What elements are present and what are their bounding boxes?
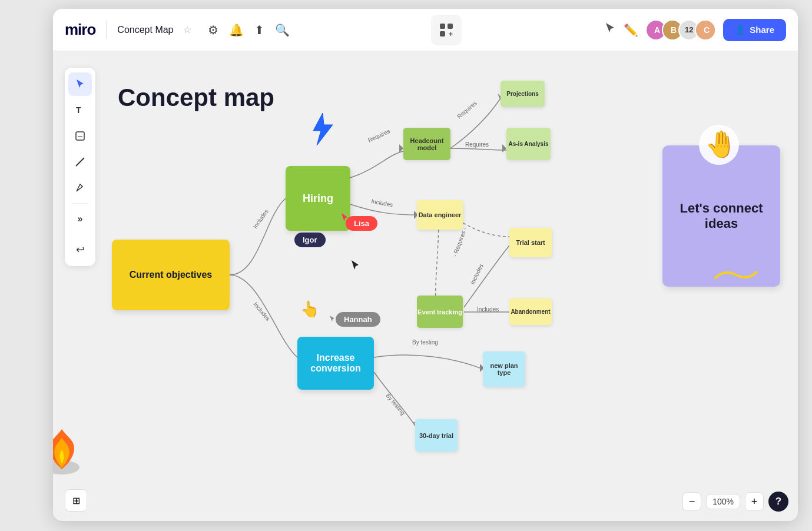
lets-connect-note[interactable]: Let's connect ideas <box>662 145 780 287</box>
share-icon: 👤 <box>735 25 746 35</box>
sticky-tool-button[interactable] <box>68 124 92 148</box>
event-tracking-label: Event tracking <box>417 308 462 316</box>
text-tool-button[interactable]: T <box>68 98 92 122</box>
svg-text:Includes: Includes <box>469 263 485 285</box>
svg-marker-18 <box>480 364 484 372</box>
yellow-scribble <box>712 266 760 286</box>
topbar-left: miro Concept Map ☆ ⚙ 🔔 ⬆ 🔍 <box>65 21 290 39</box>
svg-text:C: C <box>704 25 710 35</box>
miro-logo: miro <box>65 21 95 39</box>
share-button[interactable]: 👤 Share <box>723 19 786 41</box>
svg-rect-1 <box>448 24 453 29</box>
search-icon[interactable]: 🔍 <box>275 23 290 37</box>
svg-text:A: A <box>654 25 660 35</box>
hannah-cursor-label: Hannah <box>336 312 380 327</box>
avatar-4: C <box>695 19 716 41</box>
topbar-center: + <box>290 15 604 45</box>
more-tools-button[interactable]: » <box>68 207 92 231</box>
board-title: Concept Map <box>117 25 173 35</box>
abandonment-label: Abandonment <box>511 308 550 315</box>
page-nav-icon: ⊞ <box>72 495 80 506</box>
headcount-model-node[interactable]: Headcount model <box>403 128 450 160</box>
cursor-dark <box>350 259 361 274</box>
svg-text:By testing: By testing <box>412 339 438 346</box>
nodes-layer: Current objectives Hiring Increase conve… <box>53 51 798 521</box>
as-is-analysis-node[interactable]: As-is Analysis <box>506 128 551 160</box>
select-tool-button[interactable] <box>68 72 92 96</box>
svg-text:B: B <box>671 25 677 35</box>
svg-text:Includes: Includes <box>252 301 271 322</box>
star-icon[interactable]: ☆ <box>183 24 191 35</box>
thirty-day-trial-label: 30-day trial <box>419 432 453 439</box>
hand-wave-sticker: 🤚 <box>699 125 739 172</box>
line-tool-button[interactable] <box>68 150 92 174</box>
svg-marker-14 <box>399 144 403 152</box>
projections-node[interactable]: Projections <box>501 81 545 107</box>
svg-text:🤚: 🤚 <box>705 129 737 160</box>
trial-start-node[interactable]: Trial start <box>509 228 552 257</box>
notifications-icon[interactable]: 🔔 <box>229 23 244 37</box>
main-frame: miro Concept Map ☆ ⚙ 🔔 ⬆ 🔍 + ✏️ A <box>53 9 798 521</box>
settings-icon[interactable]: ⚙ <box>208 23 218 37</box>
svg-point-31 <box>699 125 739 165</box>
topbar-right: ✏️ A B 12 C 👤 Share <box>604 19 786 41</box>
svg-marker-15 <box>498 94 502 103</box>
canvas[interactable]: Concept map <box>53 51 798 521</box>
zoom-in-button[interactable]: + <box>745 492 764 511</box>
divider <box>106 21 107 39</box>
svg-text:- Requires -: - Requires - <box>452 227 468 258</box>
hiring-node[interactable]: Hiring <box>286 166 350 231</box>
hiring-label: Hiring <box>303 193 333 205</box>
igor-cursor-label: Igor <box>294 233 326 247</box>
increase-conversion-node[interactable]: Increase conversion <box>297 337 374 390</box>
pen-tool-button[interactable] <box>68 176 92 200</box>
svg-text:Requires: Requires <box>456 99 478 120</box>
left-toolbar: T » ↩ <box>65 68 95 266</box>
cursor-grey <box>329 314 337 327</box>
bottombar: − 100% + ? <box>682 492 788 512</box>
projections-label: Projections <box>506 91 538 97</box>
avatar-group: A B 12 C <box>645 19 716 41</box>
current-objectives-label: Current objectives <box>130 270 212 280</box>
svg-text:Includes: Includes <box>371 198 394 208</box>
event-tracking-node[interactable]: Event tracking <box>417 296 463 328</box>
trial-start-label: Trial start <box>516 239 545 246</box>
svg-marker-16 <box>502 144 506 152</box>
selection-tool-icon[interactable] <box>604 22 617 38</box>
svg-text:Requires: Requires <box>465 141 489 148</box>
svg-marker-19 <box>413 422 422 426</box>
svg-rect-2 <box>440 31 445 36</box>
topbar: miro Concept Map ☆ ⚙ 🔔 ⬆ 🔍 + ✏️ A <box>53 9 798 51</box>
cursor-hand: 👆 <box>300 300 319 318</box>
upload-icon[interactable]: ⬆ <box>254 23 264 37</box>
svg-text:Requires: Requires <box>367 128 391 144</box>
toolbar-separator <box>72 203 88 204</box>
current-objectives-node[interactable]: Current objectives <box>112 240 230 310</box>
flame-sticker <box>53 423 88 486</box>
as-is-analysis-label: As-is Analysis <box>509 141 549 147</box>
svg-line-13 <box>76 158 84 166</box>
page-nav-button[interactable]: ⊞ <box>65 489 87 512</box>
help-button[interactable]: ? <box>768 492 788 512</box>
zoom-out-button[interactable]: − <box>682 492 701 511</box>
topbar-icons: ⚙ 🔔 ⬆ 🔍 <box>208 23 290 37</box>
new-plan-type-node[interactable]: new plan type <box>483 351 525 387</box>
data-engineer-label: Data engineer <box>419 211 462 218</box>
headcount-model-label: Headcount model <box>403 137 450 151</box>
data-engineer-node[interactable]: Data engineer <box>417 200 463 230</box>
lets-connect-label: Let's connect ideas <box>674 201 768 231</box>
add-widget-button[interactable]: + <box>431 15 462 45</box>
cursor-pink <box>340 212 350 226</box>
svg-text:+: + <box>449 30 453 38</box>
svg-text:Includes: Includes <box>477 306 499 313</box>
spark-decoration <box>306 110 339 153</box>
pointer-tool-icon[interactable]: ✏️ <box>624 23 638 37</box>
svg-text:T: T <box>76 105 81 115</box>
thirty-day-trial-node[interactable]: 30-day trial <box>415 419 458 452</box>
svg-rect-0 <box>440 24 445 29</box>
connector-lines: Includes Includes Requires Requires Requ… <box>53 51 798 521</box>
svg-text:By testing: By testing <box>385 392 406 416</box>
abandonment-node[interactable]: Abandonment <box>509 298 552 325</box>
undo-button[interactable]: ↩ <box>68 238 92 261</box>
svg-rect-11 <box>76 132 84 140</box>
